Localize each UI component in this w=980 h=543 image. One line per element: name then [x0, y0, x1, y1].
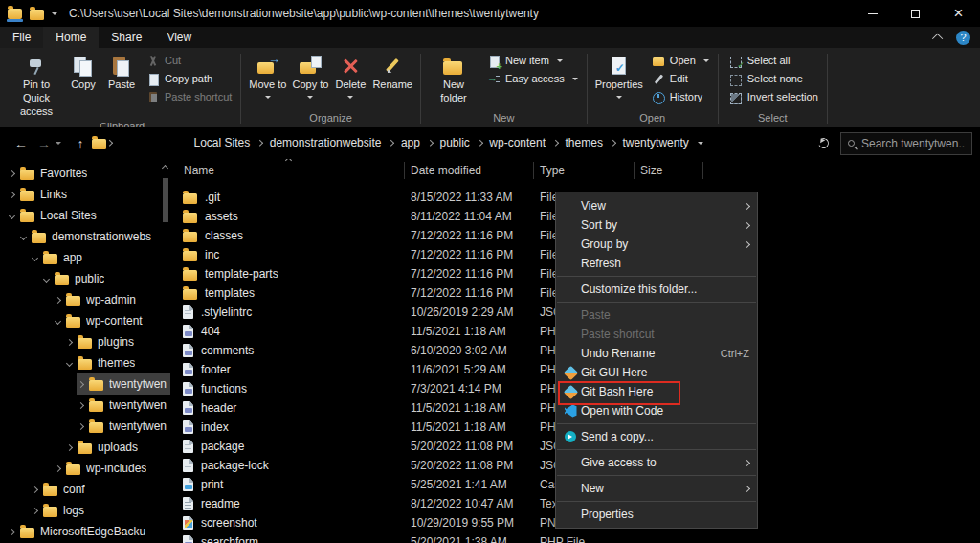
sidebar-item-label: twentytwen: [109, 398, 167, 412]
column-header-type[interactable]: Type: [534, 162, 635, 179]
breadcrumb-segment-wp-content[interactable]: wp-content: [482, 127, 552, 159]
menu-item-properties[interactable]: Properties: [556, 505, 757, 524]
select-none-icon: [729, 73, 743, 86]
file-date: 11/5/2021 1:18 AM: [405, 325, 534, 338]
ribbon-group-label: Select: [719, 111, 827, 127]
maximize-button[interactable]: [894, 0, 937, 27]
chevron-right-icon: [9, 191, 15, 197]
menu-item-git-gui-here[interactable]: Git GUI Here: [556, 363, 757, 382]
sidebar-item-twentytwen[interactable]: twentytwen: [0, 395, 170, 416]
tab-home[interactable]: Home: [43, 27, 99, 48]
menu-item-undo-rename[interactable]: Undo RenameCtrl+Z: [556, 344, 757, 363]
select-all-button[interactable]: Select all: [725, 52, 822, 70]
tab-share[interactable]: Share: [99, 27, 154, 48]
menu-item-new[interactable]: New: [556, 479, 757, 498]
search-box[interactable]: [840, 132, 972, 155]
sidebar-scrollbar[interactable]: [160, 159, 170, 543]
search-input[interactable]: [861, 137, 965, 150]
menu-item-git-bash-here[interactable]: Git Bash Here: [556, 382, 757, 401]
breadcrumb-chevron-down-icon[interactable]: [698, 142, 703, 147]
tab-file[interactable]: File: [0, 27, 43, 48]
delete-button[interactable]: Delete: [331, 52, 369, 102]
column-header-date-modified[interactable]: Date modified: [405, 162, 534, 179]
breadcrumb-segment-twentytwenty[interactable]: twentytwenty: [615, 127, 695, 159]
breadcrumb-segment-public[interactable]: public: [433, 127, 476, 159]
sidebar-item-wp-admin[interactable]: wp-admin: [0, 289, 170, 310]
sidebar-item-twentytwen[interactable]: twentytwen: [0, 373, 170, 395]
column-header-name[interactable]: Name: [178, 162, 405, 179]
open-button[interactable]: Open: [648, 52, 713, 70]
copy-to-button[interactable]: Copy to: [289, 52, 331, 102]
sidebar-item-microsoftedgebacku[interactable]: MicrosoftEdgeBacku: [0, 521, 170, 542]
menu-item-customize-this-folder[interactable]: Customize this folder...: [556, 280, 757, 299]
quick-access-folder-icon[interactable]: [30, 10, 44, 20]
copy-button[interactable]: Copy: [64, 52, 102, 94]
breadcrumb-segment-themes[interactable]: themes: [559, 127, 610, 159]
chevron-right-icon: [389, 140, 394, 146]
recent-locations-chevron-icon[interactable]: [56, 142, 61, 147]
ribbon-group-label: Clipboard: [4, 120, 240, 127]
breadcrumb-segment-demonstrationwebsite[interactable]: demonstrationwebsite: [263, 127, 389, 159]
sidebar-item-label: Local Sites: [40, 209, 97, 222]
sidebar-item-twentytwen[interactable]: twentytwen: [0, 416, 170, 437]
menu-item-refresh[interactable]: Refresh: [556, 254, 757, 273]
paste-button[interactable]: Paste: [102, 52, 141, 94]
file-row-searchform[interactable]: searchform5/20/2021 1:38 AMPHP File: [178, 532, 980, 543]
context-menu: ViewSort byGroup byRefreshCustomize this…: [555, 192, 758, 529]
move-to-button[interactable]: Move to: [246, 52, 289, 102]
sidebar-item-themes[interactable]: themes: [0, 352, 170, 373]
tab-view[interactable]: View: [154, 27, 204, 48]
invert-selection-button[interactable]: Invert selection: [725, 88, 822, 106]
menu-item-send-a-copy[interactable]: Send a copy...: [556, 427, 757, 446]
quick-access-chevron-icon[interactable]: [52, 12, 57, 18]
up-button[interactable]: [69, 136, 92, 151]
menu-item-view[interactable]: View: [556, 196, 757, 215]
sidebar-item-wp-includes[interactable]: wp-includes: [0, 458, 170, 479]
pin-icon: [25, 56, 48, 77]
menu-item-label: Open with Code: [579, 404, 749, 418]
rename-button[interactable]: Rename: [369, 52, 415, 94]
ribbon-group-open: PropertiesOpenEditHistoryOpen: [588, 50, 718, 127]
properties-button[interactable]: Properties: [592, 52, 646, 102]
menu-item-group-by[interactable]: Group by: [556, 235, 757, 254]
history-button[interactable]: History: [648, 88, 713, 106]
pin-to-quick-access-button[interactable]: Pin to Quick access: [9, 52, 64, 120]
scroll-up-icon[interactable]: [162, 165, 168, 171]
select-none-button[interactable]: Select none: [725, 70, 822, 88]
cut-label: Cut: [165, 55, 181, 68]
folder-icon: [78, 443, 92, 454]
breadcrumb-segment-local-sites[interactable]: Local Sites: [188, 127, 257, 159]
sidebar-item-plugins[interactable]: plugins: [0, 331, 170, 352]
breadcrumb-segment-app[interactable]: app: [394, 127, 427, 159]
ribbon-group-label: Open: [588, 111, 718, 127]
back-button[interactable]: [10, 136, 33, 151]
sidebar-item-public[interactable]: public: [0, 268, 170, 289]
new-folder-button[interactable]: New folder: [426, 52, 481, 107]
help-icon[interactable]: [956, 31, 970, 45]
cut-button: Cut: [143, 52, 235, 70]
column-header-size[interactable]: Size: [635, 162, 703, 179]
scrollbar-thumb[interactable]: [163, 178, 168, 222]
ribbon-collapse-icon[interactable]: [932, 34, 943, 44]
sidebar-item-logs[interactable]: logs: [0, 500, 170, 521]
sidebar-item-uploads[interactable]: uploads: [0, 437, 170, 458]
sidebar-item-wp-content[interactable]: wp-content: [0, 310, 170, 331]
sidebar-item-conf[interactable]: conf: [0, 479, 170, 500]
copy-path-button[interactable]: Copy path: [143, 70, 235, 88]
sidebar-item-local-sites[interactable]: Local Sites: [0, 205, 170, 226]
edit-button[interactable]: Edit: [648, 70, 713, 88]
sidebar-item-app[interactable]: app: [0, 247, 170, 268]
refresh-button[interactable]: [816, 136, 830, 149]
sidebar-item-links[interactable]: Links: [0, 184, 170, 205]
sidebar-item-demonstrationwebs[interactable]: demonstrationwebs: [0, 226, 170, 247]
menu-item-sort-by[interactable]: Sort by: [556, 215, 757, 235]
chevron-right-icon: [744, 221, 750, 228]
new-item-button[interactable]: New item: [483, 52, 582, 70]
minimize-button[interactable]: [851, 0, 894, 27]
forward-button[interactable]: [33, 136, 56, 151]
menu-item-open-with-code[interactable]: Open with Code: [556, 401, 757, 420]
sidebar-item-favorites[interactable]: Favorites: [0, 163, 170, 184]
easy-access-button[interactable]: Easy access: [483, 70, 582, 88]
close-button[interactable]: [937, 0, 980, 27]
menu-item-give-access-to[interactable]: Give access to: [556, 453, 757, 472]
